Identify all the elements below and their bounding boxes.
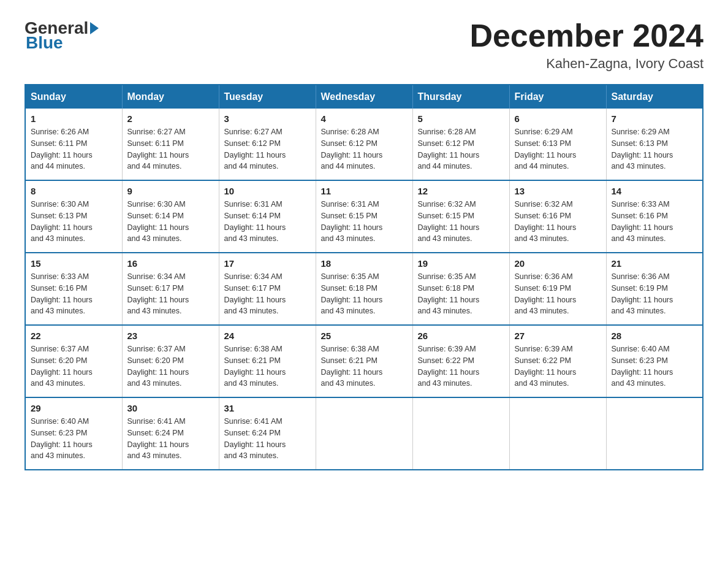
calendar-cell: 23 Sunrise: 6:37 AM Sunset: 6:20 PM Dayl… — [122, 325, 219, 397]
weekday-header-sunday: Sunday — [25, 85, 122, 109]
day-info: Sunrise: 6:30 AM Sunset: 6:14 PM Dayligh… — [127, 199, 214, 245]
day-number: 5 — [418, 113, 504, 124]
calendar-cell: 26 Sunrise: 6:39 AM Sunset: 6:22 PM Dayl… — [412, 325, 509, 397]
calendar-cell: 11 Sunrise: 6:31 AM Sunset: 6:15 PM Dayl… — [316, 180, 412, 253]
page-header: General Blue December 2024 Kahen-Zagna, … — [25, 18, 703, 72]
calendar-cell: 31 Sunrise: 6:41 AM Sunset: 6:24 PM Dayl… — [219, 397, 316, 470]
day-info: Sunrise: 6:39 AM Sunset: 6:22 PM Dayligh… — [418, 343, 504, 389]
day-info: Sunrise: 6:38 AM Sunset: 6:21 PM Dayligh… — [224, 343, 311, 389]
week-row-4: 22 Sunrise: 6:37 AM Sunset: 6:20 PM Dayl… — [25, 325, 703, 397]
calendar-cell: 10 Sunrise: 6:31 AM Sunset: 6:14 PM Dayl… — [219, 180, 316, 253]
day-number: 18 — [321, 258, 408, 269]
calendar-cell: 20 Sunrise: 6:36 AM Sunset: 6:19 PM Dayl… — [509, 253, 606, 325]
calendar-cell: 21 Sunrise: 6:36 AM Sunset: 6:19 PM Dayl… — [606, 253, 703, 325]
day-number: 11 — [321, 186, 408, 196]
day-info: Sunrise: 6:38 AM Sunset: 6:21 PM Dayligh… — [321, 343, 408, 389]
calendar-cell: 4 Sunrise: 6:28 AM Sunset: 6:12 PM Dayli… — [316, 109, 412, 180]
calendar-cell: 12 Sunrise: 6:32 AM Sunset: 6:15 PM Dayl… — [412, 180, 509, 253]
day-info: Sunrise: 6:40 AM Sunset: 6:23 PM Dayligh… — [31, 416, 117, 462]
day-info: Sunrise: 6:33 AM Sunset: 6:16 PM Dayligh… — [612, 199, 698, 245]
day-number: 30 — [127, 403, 214, 413]
logo: General Blue — [25, 18, 100, 53]
calendar-cell: 14 Sunrise: 6:33 AM Sunset: 6:16 PM Dayl… — [606, 180, 703, 253]
calendar-table: SundayMondayTuesdayWednesdayThursdayFrid… — [25, 84, 703, 470]
weekday-header-friday: Friday — [509, 85, 606, 109]
day-info: Sunrise: 6:28 AM Sunset: 6:12 PM Dayligh… — [418, 126, 504, 172]
day-info: Sunrise: 6:30 AM Sunset: 6:13 PM Dayligh… — [31, 199, 117, 245]
weekday-header-thursday: Thursday — [412, 85, 509, 109]
calendar-cell: 9 Sunrise: 6:30 AM Sunset: 6:14 PM Dayli… — [122, 180, 219, 253]
week-row-1: 1 Sunrise: 6:26 AM Sunset: 6:11 PM Dayli… — [25, 109, 703, 180]
day-info: Sunrise: 6:41 AM Sunset: 6:24 PM Dayligh… — [224, 416, 311, 462]
day-info: Sunrise: 6:37 AM Sunset: 6:20 PM Dayligh… — [31, 343, 117, 389]
day-number: 9 — [127, 186, 214, 196]
day-number: 4 — [321, 113, 408, 124]
calendar-cell: 6 Sunrise: 6:29 AM Sunset: 6:13 PM Dayli… — [509, 109, 606, 180]
day-number: 6 — [515, 113, 601, 124]
calendar-cell — [412, 397, 509, 470]
day-number: 17 — [224, 258, 311, 269]
day-number: 28 — [612, 331, 698, 341]
weekday-header-saturday: Saturday — [606, 85, 703, 109]
location-subtitle: Kahen-Zagna, Ivory Coast — [469, 56, 703, 72]
calendar-cell: 19 Sunrise: 6:35 AM Sunset: 6:18 PM Dayl… — [412, 253, 509, 325]
day-info: Sunrise: 6:26 AM Sunset: 6:11 PM Dayligh… — [31, 126, 117, 172]
day-number: 31 — [224, 403, 311, 413]
day-number: 27 — [515, 331, 601, 341]
day-number: 20 — [515, 258, 601, 269]
day-info: Sunrise: 6:28 AM Sunset: 6:12 PM Dayligh… — [321, 126, 408, 172]
calendar-cell: 7 Sunrise: 6:29 AM Sunset: 6:13 PM Dayli… — [606, 109, 703, 180]
day-number: 21 — [612, 258, 698, 269]
day-number: 10 — [224, 186, 311, 196]
day-info: Sunrise: 6:32 AM Sunset: 6:16 PM Dayligh… — [515, 199, 601, 245]
day-number: 13 — [515, 186, 601, 196]
day-info: Sunrise: 6:29 AM Sunset: 6:13 PM Dayligh… — [515, 126, 601, 172]
calendar-cell — [509, 397, 606, 470]
calendar-cell: 8 Sunrise: 6:30 AM Sunset: 6:13 PM Dayli… — [25, 180, 122, 253]
logo-arrow-icon — [90, 22, 99, 34]
week-row-5: 29 Sunrise: 6:40 AM Sunset: 6:23 PM Dayl… — [25, 397, 703, 470]
calendar-cell — [606, 397, 703, 470]
day-number: 8 — [31, 186, 117, 196]
day-info: Sunrise: 6:27 AM Sunset: 6:11 PM Dayligh… — [127, 126, 214, 172]
day-number: 19 — [418, 258, 504, 269]
day-info: Sunrise: 6:35 AM Sunset: 6:18 PM Dayligh… — [418, 271, 504, 317]
day-info: Sunrise: 6:31 AM Sunset: 6:15 PM Dayligh… — [321, 199, 408, 245]
day-number: 12 — [418, 186, 504, 196]
day-number: 26 — [418, 331, 504, 341]
calendar-cell: 22 Sunrise: 6:37 AM Sunset: 6:20 PM Dayl… — [25, 325, 122, 397]
day-number: 29 — [31, 403, 117, 413]
calendar-cell: 16 Sunrise: 6:34 AM Sunset: 6:17 PM Dayl… — [122, 253, 219, 325]
calendar-cell: 2 Sunrise: 6:27 AM Sunset: 6:11 PM Dayli… — [122, 109, 219, 180]
day-info: Sunrise: 6:41 AM Sunset: 6:24 PM Dayligh… — [127, 416, 214, 462]
day-info: Sunrise: 6:37 AM Sunset: 6:20 PM Dayligh… — [127, 343, 214, 389]
day-info: Sunrise: 6:39 AM Sunset: 6:22 PM Dayligh… — [515, 343, 601, 389]
day-number: 22 — [31, 331, 117, 341]
day-info: Sunrise: 6:35 AM Sunset: 6:18 PM Dayligh… — [321, 271, 408, 317]
title-area: December 2024 Kahen-Zagna, Ivory Coast — [469, 18, 703, 72]
weekday-header-wednesday: Wednesday — [316, 85, 412, 109]
day-number: 16 — [127, 258, 214, 269]
month-title: December 2024 — [469, 18, 703, 53]
calendar-cell: 17 Sunrise: 6:34 AM Sunset: 6:17 PM Dayl… — [219, 253, 316, 325]
day-info: Sunrise: 6:33 AM Sunset: 6:16 PM Dayligh… — [31, 271, 117, 317]
day-number: 24 — [224, 331, 311, 341]
day-info: Sunrise: 6:34 AM Sunset: 6:17 PM Dayligh… — [127, 271, 214, 317]
calendar-cell: 1 Sunrise: 6:26 AM Sunset: 6:11 PM Dayli… — [25, 109, 122, 180]
calendar-cell: 29 Sunrise: 6:40 AM Sunset: 6:23 PM Dayl… — [25, 397, 122, 470]
day-number: 2 — [127, 113, 214, 124]
day-number: 15 — [31, 258, 117, 269]
day-info: Sunrise: 6:32 AM Sunset: 6:15 PM Dayligh… — [418, 199, 504, 245]
week-row-2: 8 Sunrise: 6:30 AM Sunset: 6:13 PM Dayli… — [25, 180, 703, 253]
calendar-cell: 30 Sunrise: 6:41 AM Sunset: 6:24 PM Dayl… — [122, 397, 219, 470]
weekday-header-monday: Monday — [122, 85, 219, 109]
day-number: 1 — [31, 113, 117, 124]
day-number: 14 — [612, 186, 698, 196]
day-info: Sunrise: 6:34 AM Sunset: 6:17 PM Dayligh… — [224, 271, 311, 317]
calendar-cell — [316, 397, 412, 470]
day-number: 7 — [612, 113, 698, 124]
calendar-cell: 5 Sunrise: 6:28 AM Sunset: 6:12 PM Dayli… — [412, 109, 509, 180]
day-info: Sunrise: 6:29 AM Sunset: 6:13 PM Dayligh… — [612, 126, 698, 172]
day-number: 3 — [224, 113, 311, 124]
day-number: 25 — [321, 331, 408, 341]
